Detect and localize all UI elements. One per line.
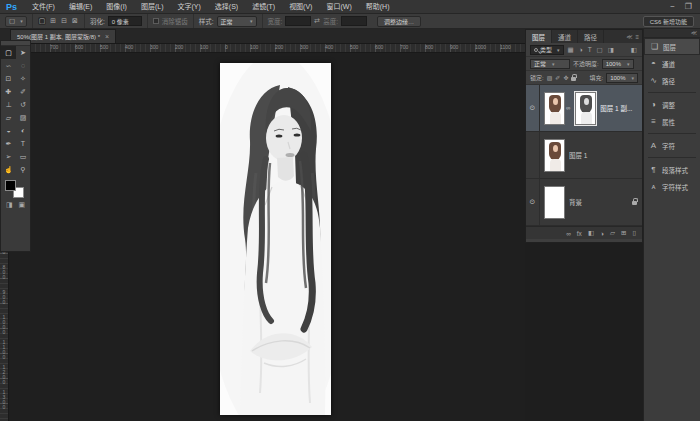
style-select[interactable]: 正常▾	[217, 16, 257, 27]
layer-thumbnail[interactable]	[544, 186, 565, 219]
menu-item-image[interactable]: 图像(I)	[99, 0, 134, 14]
tool-pen[interactable]: ✒	[1, 137, 16, 150]
fill-select[interactable]: 100%▾	[606, 73, 638, 83]
tool-type[interactable]: T	[16, 137, 30, 150]
add-layer-mask-icon[interactable]: ◧	[588, 229, 594, 237]
dock-button-paths[interactable]: ∿ 路径	[644, 72, 700, 89]
quick-mask-icon[interactable]: ◨	[6, 201, 13, 209]
menu-item-file[interactable]: 文件(F)	[25, 0, 62, 14]
filter-pixel-layers-icon[interactable]: ▦	[567, 46, 575, 54]
tab-channels[interactable]: 通道	[552, 30, 578, 43]
tab-paths[interactable]: 路径	[578, 30, 604, 43]
tool-eyedropper[interactable]: ✧	[16, 72, 30, 85]
menu-item-view[interactable]: 视图(V)	[282, 0, 319, 14]
layer-name[interactable]: 图层 1	[569, 150, 642, 160]
antialias-checkbox[interactable]	[153, 18, 159, 24]
menu-item-help[interactable]: 帮助(H)	[359, 0, 397, 14]
tool-spot-healing[interactable]: ✚	[1, 85, 16, 98]
tool-hand[interactable]: ☝	[1, 163, 16, 176]
tool-path-selection[interactable]: ➢	[1, 150, 16, 163]
feather-input[interactable]: 0 像素	[108, 16, 142, 26]
document-canvas[interactable]	[220, 63, 331, 415]
dock-button-adjustments[interactable]: ◑ 调整	[644, 96, 700, 113]
tool-quick-selection[interactable]: ◌	[16, 59, 30, 72]
tool-history-brush[interactable]: ↺	[16, 98, 30, 111]
tool-eraser[interactable]: ▱	[1, 111, 16, 124]
layer-thumbnail[interactable]	[544, 139, 565, 172]
delete-layer-icon[interactable]: ▯	[632, 229, 636, 237]
lock-position-icon[interactable]: ✥	[563, 74, 568, 81]
blend-mode-select[interactable]: 正常▾	[530, 59, 570, 69]
dock-collapse-icon[interactable]: ≪	[644, 29, 700, 38]
lock-pixels-icon[interactable]: ✐	[555, 74, 560, 81]
close-tab-icon[interactable]: ×	[105, 33, 109, 40]
menu-item-type[interactable]: 文字(Y)	[170, 0, 207, 14]
visibility-toggle[interactable]: ⊙	[526, 179, 540, 225]
dock-button-channels[interactable]: ◓ 通道	[644, 55, 700, 72]
active-tool-preset[interactable]: ▢▾	[0, 14, 33, 28]
new-group-icon[interactable]: ▱	[610, 229, 615, 237]
collapse-panel-icon[interactable]: ≪	[626, 33, 632, 40]
screen-mode-icon[interactable]: ▣	[18, 201, 25, 209]
layer-row-1[interactable]: 图层 1	[526, 132, 642, 179]
filter-adjustment-layers-icon[interactable]: ◑	[578, 46, 584, 53]
cs6-new-features-button[interactable]: CS6 新增功能	[643, 16, 694, 27]
tool-rectangular-marquee[interactable]: ▢	[1, 46, 16, 59]
swap-dimensions-icon[interactable]: ⇄	[314, 17, 320, 25]
dock-button-character[interactable]: A 字符	[644, 137, 700, 154]
visibility-toggle[interactable]	[526, 132, 540, 178]
dock-button-properties[interactable]: ≡ 属性	[644, 113, 700, 130]
tool-rectangle-shape[interactable]: ▭	[16, 150, 30, 163]
blend-opacity-row: 正常▾ 不透明度: 100%▾	[526, 57, 642, 71]
panel-menu-icon[interactable]: ≡	[635, 34, 639, 40]
link-layers-icon[interactable]: ∞	[566, 230, 571, 237]
refine-edge-button[interactable]: 调整边缘…	[377, 16, 421, 27]
tool-lasso[interactable]: ∽	[1, 59, 16, 72]
menu-item-layer[interactable]: 图层(L)	[134, 0, 171, 14]
lock-transparency-icon[interactable]: ▨	[547, 74, 553, 81]
visibility-toggle[interactable]: ⊙	[526, 85, 540, 131]
layer-name[interactable]: 背景	[569, 197, 632, 207]
intersect-selection-icon[interactable]: ⊠	[71, 17, 79, 25]
dock-button-layers[interactable]: ❏ 图层	[644, 38, 700, 55]
filter-smart-objects-icon[interactable]: ◨	[607, 46, 615, 54]
dock-button-paragraph-styles[interactable]: ¶ 段落样式	[644, 161, 700, 178]
layer-mask-thumbnail[interactable]	[575, 92, 596, 125]
tool-blur[interactable]: ◒	[1, 124, 16, 137]
tab-layers[interactable]: 图层	[526, 30, 552, 43]
layer-effects-icon[interactable]: fx	[577, 230, 582, 237]
tool-clone-stamp[interactable]: ⊥	[1, 98, 16, 111]
tool-zoom[interactable]: ⚲	[16, 163, 30, 176]
layer-list: ⊙ ∞ 图层 1 副... 图层 1 ⊙ 背景	[526, 85, 642, 226]
layer-name[interactable]: 图层 1 副...	[600, 103, 642, 113]
menu-item-select[interactable]: 选择(S)	[208, 0, 245, 14]
height-input[interactable]	[341, 16, 367, 26]
new-adjustment-layer-icon[interactable]: ◑	[600, 230, 604, 237]
minimize-button[interactable]: −	[670, 2, 675, 11]
restore-button[interactable]: ❐	[685, 2, 692, 11]
tool-crop[interactable]: ⊡	[1, 72, 16, 85]
filter-kind-dropdown[interactable]: 类型 ▾	[530, 45, 564, 55]
tool-gradient[interactable]: ▨	[16, 111, 30, 124]
lock-all-icon[interactable]	[571, 77, 576, 81]
layer-row-copy[interactable]: ⊙ ∞ 图层 1 副...	[526, 85, 642, 132]
layer-row-background[interactable]: ⊙ 背景	[526, 179, 642, 226]
add-selection-icon[interactable]: ⊞	[49, 17, 57, 25]
new-layer-icon[interactable]: ⊞	[621, 229, 626, 237]
filter-toggle-icon[interactable]: ◧	[630, 46, 638, 54]
menu-item-edit[interactable]: 编辑(E)	[62, 0, 99, 14]
foreground-color-swatch[interactable]	[5, 180, 16, 191]
tool-move[interactable]: ➤	[16, 46, 30, 59]
menu-item-filter[interactable]: 滤镜(T)	[245, 0, 282, 14]
subtract-selection-icon[interactable]: ⊟	[60, 17, 68, 25]
dock-button-character-styles[interactable]: ᴀ 字符样式	[644, 178, 700, 195]
width-input[interactable]	[285, 16, 311, 26]
tool-brush[interactable]: ✐	[16, 85, 30, 98]
new-selection-icon[interactable]: ▢	[38, 17, 47, 25]
filter-type-layers-icon[interactable]: T	[587, 46, 593, 53]
layer-thumbnail[interactable]	[544, 92, 565, 125]
opacity-select[interactable]: 100%▾	[602, 59, 634, 69]
tool-dodge[interactable]: ◐	[16, 124, 30, 137]
menu-item-window[interactable]: 窗口(W)	[319, 0, 358, 14]
filter-shape-layers-icon[interactable]: ▢	[596, 46, 604, 54]
